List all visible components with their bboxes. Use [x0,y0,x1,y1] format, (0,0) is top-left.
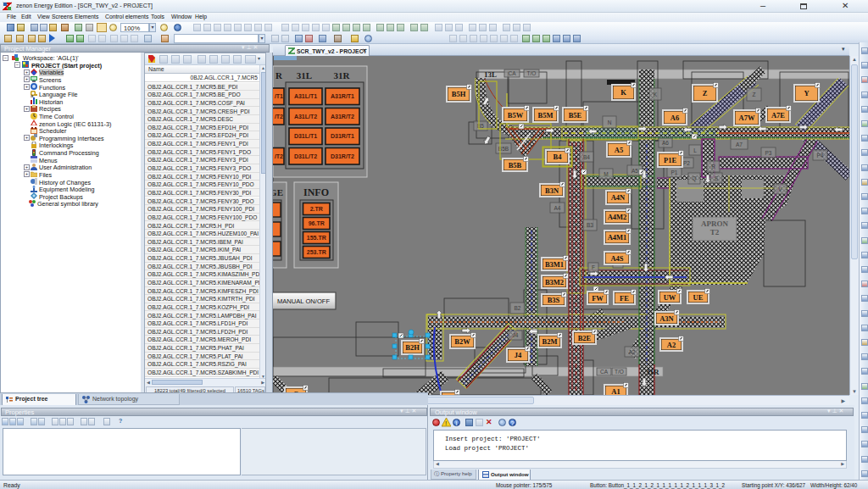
svg-text:B5W: B5W [508,111,524,119]
svg-text:P2: P2 [683,160,690,166]
svg-text:UW: UW [664,293,676,302]
svg-text:S: S [715,175,719,181]
svg-text:J4: J4 [513,332,519,338]
svg-text:13L: 13L [484,70,497,79]
svg-text:K: K [620,88,626,97]
svg-text:253.TR: 253.TR [307,249,326,255]
svg-text:F: F [592,264,595,270]
svg-text:A2: A2 [629,349,636,355]
svg-text:B3S: B3S [548,296,560,304]
svg-text:P4: P4 [817,153,824,158]
svg-text:B2W: B2W [454,337,470,346]
svg-text:/T1: /T1 [275,93,283,99]
svg-text:A5: A5 [632,168,638,174]
svg-text:GE: GE [273,187,283,197]
svg-text:MANUAL ON/OFF: MANUAL ON/OFF [277,297,331,305]
svg-text:Z: Z [753,92,756,97]
svg-text:D31L/T1: D31L/T1 [294,133,317,139]
svg-text:155.TR: 155.TR [307,235,326,241]
svg-text:A31R/T2: A31R/T2 [331,114,354,119]
svg-text:B3: B3 [587,222,593,228]
svg-text:Z: Z [703,89,708,97]
svg-text:P1: P1 [671,169,678,175]
svg-text:B2H: B2H [405,343,420,352]
svg-text:B5B: B5B [509,161,522,169]
svg-text:FW: FW [592,294,604,303]
svg-text:B4: B4 [583,154,590,160]
svg-text:V: V [778,186,782,192]
svg-text:B5E: B5E [569,111,582,119]
svg-text:/T2: /T2 [275,114,283,119]
svg-text:A2: A2 [667,341,676,349]
svg-text:D31R/T1: D31R/T1 [331,133,354,139]
svg-text:D31R/T2: D31R/T2 [331,153,354,159]
svg-text:T2: T2 [710,228,720,236]
svg-text:CA: CA [600,369,609,375]
svg-text:B3M1: B3M1 [545,260,564,269]
svg-text:B3M2: B3M2 [545,278,564,286]
svg-text:A31R/T1: A31R/T1 [331,93,354,99]
svg-text:T/O: T/O [527,70,537,76]
svg-text:A5: A5 [615,146,623,154]
svg-text:31L: 31L [297,70,312,81]
svg-text:A3N: A3N [659,314,674,323]
svg-text:B3N: B3N [545,186,559,195]
svg-text:Y: Y [804,89,809,97]
svg-text:A7: A7 [736,142,743,147]
svg-text:M: M [604,171,608,177]
svg-text:J4: J4 [515,351,522,359]
svg-text:A4M1: A4M1 [608,233,627,242]
svg-text:B4: B4 [554,153,563,161]
svg-text:B2E: B2E [578,334,592,342]
svg-text:B2: B2 [515,305,521,311]
svg-text:A4M2: A4M2 [608,213,627,221]
svg-text:T/O: T/O [615,369,624,375]
svg-text:A7W: A7W [739,114,755,122]
svg-text:INFO: INFO [303,186,329,198]
svg-text:APRON: APRON [701,219,728,228]
svg-text:A31L/T2: A31L/T2 [294,114,317,119]
svg-text:31R: 31R [334,70,351,81]
svg-text:FE: FE [620,294,629,303]
svg-text:A4N: A4N [611,193,626,202]
svg-text:N: N [608,119,612,125]
svg-text:96.TR: 96.TR [309,220,325,226]
svg-text:A4S: A4S [610,254,623,263]
svg-text:A31L/T1: A31L/T1 [294,93,317,99]
svg-text:UE: UE [693,293,704,302]
svg-text:A6: A6 [670,114,679,122]
svg-text:P3: P3 [765,150,772,156]
svg-text:A6: A6 [662,140,669,146]
svg-text:!: ! [445,420,447,427]
svg-text:CA: CA [508,70,516,76]
svg-text:R: R [711,164,715,169]
svg-text:L: L [693,147,697,153]
svg-text:B5M: B5M [538,111,554,119]
svg-text:A1: A1 [611,387,620,396]
svg-text:Q: Q [692,175,696,182]
svg-text:B2M: B2M [542,337,558,346]
svg-text:B5H: B5H [452,90,466,98]
svg-text:R: R [275,70,283,81]
svg-text:D31L/T2: D31L/T2 [294,153,317,159]
svg-text:A4: A4 [554,205,561,211]
svg-text:2.TR: 2.TR [310,206,323,212]
svg-text:P1E: P1E [664,156,676,164]
svg-text:/T2: /T2 [275,153,283,159]
svg-text:B5: B5 [477,123,484,129]
svg-text:K: K [654,92,658,97]
svg-text:A7E: A7E [771,111,785,119]
svg-text:31R: 31R [646,368,659,376]
